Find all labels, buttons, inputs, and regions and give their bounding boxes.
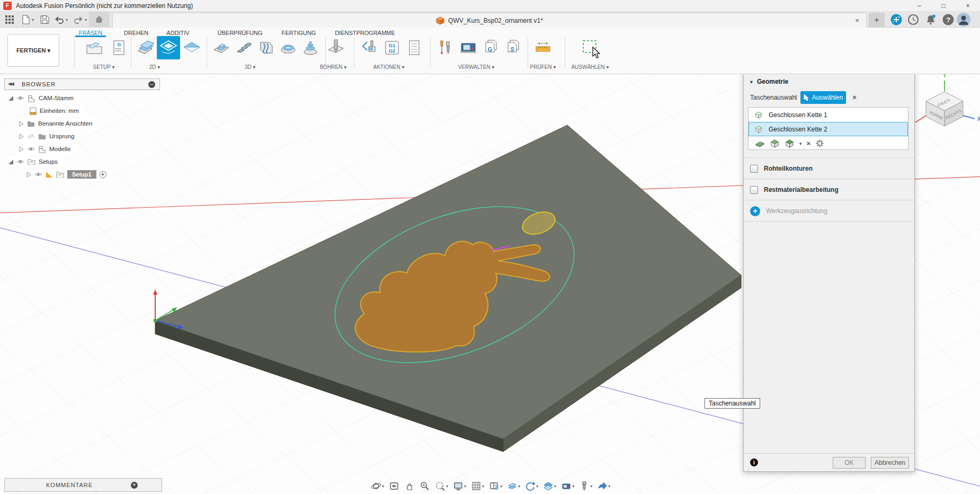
2d-adaptive-button[interactable] [157,36,180,59]
setup-sheet-button[interactable]: G [107,36,130,59]
tool-display-button[interactable]: ▾ [579,481,592,491]
expand-plus-icon[interactable]: + [750,206,760,216]
redo-button[interactable] [73,14,84,25]
rest-machining-checkbox[interactable] [750,186,758,194]
chain-row-1[interactable]: Geschlossen Kette 1 [749,108,908,122]
eye-icon[interactable] [27,146,35,152]
2d-pocket-button[interactable] [133,36,157,59]
machine-display-button[interactable]: ▾ [561,481,574,491]
browser-minimize-icon[interactable]: – [148,81,155,88]
window-close-button[interactable]: × [956,0,980,12]
eye-icon[interactable] [16,95,24,101]
fertigen-workspace-button[interactable]: FERTIGEN ▾ [7,34,59,67]
collapse-icon[interactable] [19,121,24,127]
orbit-button[interactable]: ▾ [371,481,384,491]
browser-collapse-icon[interactable]: ◀◀ [8,81,13,86]
history-button[interactable] [907,14,919,25]
3d-adaptive-button[interactable] [210,36,233,59]
expand-icon[interactable] [8,160,13,164]
measure-button[interactable] [531,36,555,59]
mode-dropdown-icon[interactable]: ▾ [799,141,802,146]
post-documents-button[interactable]: S [501,36,524,59]
toolpath-display-button[interactable]: ▾ [597,481,610,491]
active-setup-radio[interactable] [100,171,106,178]
tree-item-modelle[interactable]: Modelle [19,143,76,155]
chain-mode-icon[interactable] [785,139,795,148]
dropdown-icon[interactable]: ▾ [518,484,520,489]
eye-icon[interactable] [34,172,42,177]
collapse-icon[interactable] [19,146,24,152]
save-button[interactable] [39,14,50,25]
group-label-bohren[interactable]: BOHREN ▾ [320,64,347,70]
dropdown-icon[interactable]: ▾ [608,484,610,489]
dropdown-icon[interactable]: ▾ [536,484,538,489]
help-button[interactable]: ? [942,14,954,25]
collapse-icon[interactable] [19,134,24,139]
window-minimize-button[interactable]: – [907,0,931,12]
dropdown-icon[interactable]: ▾ [382,484,384,489]
clear-selection-icon[interactable]: × [850,93,859,102]
delete-chain-icon[interactable]: × [807,139,811,147]
regenerate-button[interactable]: ▾ [525,481,538,491]
dropdown-icon[interactable]: ▾ [446,484,448,489]
dropdown-icon[interactable]: ▾ [572,484,574,489]
group-label-2d[interactable]: 2D ▾ [149,64,161,70]
steps-display-button[interactable]: ▾ [507,481,520,491]
geometry-section-header[interactable]: ▼Geometrie [744,75,914,89]
notifications-button[interactable] [925,14,937,25]
expand-icon[interactable] [8,96,13,101]
ok-button[interactable]: OK [833,457,866,469]
app-grid-menu-button[interactable] [4,14,15,25]
tree-item-cam-stamm[interactable]: CAM-Stamm [8,92,79,104]
pan-button[interactable] [404,481,415,491]
face-mode-icon[interactable] [755,139,765,148]
eye-icon[interactable] [16,159,24,164]
tree-item-setup1[interactable]: Setup1 [26,169,112,180]
group-label-setup[interactable]: SETUP ▾ [93,64,115,70]
select-button[interactable]: Auswählen [800,91,846,104]
browser-header[interactable]: ◀◀ BROWSER – [4,78,160,90]
new-tab-button[interactable]: + [869,13,885,28]
redo-dropdown-icon[interactable]: ▾ [85,17,87,22]
group-label-aktionen[interactable]: AKTIONEN ▾ [373,64,405,70]
machine-library-button[interactable] [457,36,480,59]
tool-orientation-row[interactable]: + Werkzeugausrichtung [744,203,914,219]
simulate-gcode-button[interactable]: G1G2 [380,36,404,59]
home-view-button[interactable] [89,12,109,28]
eye-off-icon[interactable] [27,134,35,139]
dropdown-icon[interactable]: ▾ [590,484,592,489]
dropdown-icon[interactable]: ▾ [482,484,484,489]
stock-contours-checkbox[interactable] [750,165,758,173]
zoom-button[interactable] [420,481,430,491]
add-comment-icon[interactable]: + [131,482,138,489]
zoom-window-button[interactable]: ▾ [435,481,448,491]
comments-panel[interactable]: KOMMENTARE + [4,478,162,492]
tree-item-setups[interactable]: Setups [8,156,63,167]
stock-display-button[interactable]: ▾ [543,481,556,491]
tree-item-ursprung[interactable]: Ursprung [19,130,79,142]
tree-item-einheiten[interactable]: Einheiten: mm [30,105,84,117]
3d-spiral-button[interactable] [277,36,300,59]
tree-item-benannte-ansichten[interactable]: Benannte Ansichten [19,118,97,129]
dropdown-icon[interactable]: ▾ [500,484,502,489]
group-label-verwalten[interactable]: VERWALTEN ▾ [458,64,495,70]
setup-sheet-report-button[interactable] [403,36,426,59]
group-label-pruefen[interactable]: PRÜFEN ▾ [530,64,556,70]
gcode-documents-button[interactable]: G [479,36,502,59]
display-settings-button[interactable]: ▾ [453,481,466,491]
2d-face-button[interactable] [180,36,203,59]
3d-morph-spiral-button[interactable] [299,36,322,59]
post-process-button[interactable] [358,36,381,59]
solid-mode-icon[interactable] [770,139,780,148]
tool-library-button[interactable] [434,36,458,59]
job-status-button[interactable] [890,14,902,25]
file-menu-dropdown-icon[interactable]: ▾ [32,17,34,22]
undo-button[interactable] [54,14,65,25]
dropdown-icon[interactable]: ▾ [554,484,556,489]
setup1-selected-chip[interactable]: Setup1 [67,170,96,179]
drill-button[interactable] [324,36,348,59]
info-icon[interactable]: i [750,458,758,466]
group-label-3d[interactable]: 3D ▾ [245,64,256,70]
viewports-button[interactable]: ▾ [489,481,502,491]
chain-row-2-selected[interactable]: Geschlossen Kette 2 [749,122,908,136]
